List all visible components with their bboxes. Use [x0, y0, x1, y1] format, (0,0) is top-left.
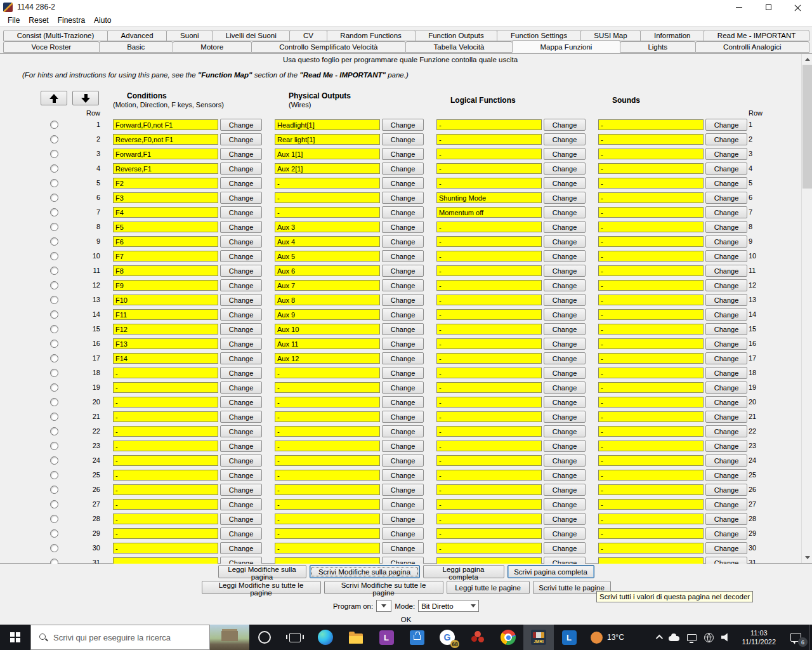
conditions-field[interactable]: [113, 222, 218, 232]
row-radio[interactable]: [50, 121, 58, 129]
conditions-change-button[interactable]: Change: [220, 557, 262, 564]
logical-function-change-button[interactable]: Change: [544, 396, 586, 408]
conditions-change-button[interactable]: Change: [220, 411, 262, 423]
row-radio[interactable]: [50, 456, 58, 465]
row-radio[interactable]: [50, 135, 58, 143]
weather-widget[interactable]: 13°C: [584, 625, 631, 650]
tab-controlli-analogici[interactable]: Controlli Analogici: [695, 41, 809, 53]
logical-function-field[interactable]: [436, 543, 542, 554]
tab-information[interactable]: Information: [640, 30, 704, 41]
output-field[interactable]: [275, 309, 380, 320]
logical-function-field[interactable]: [436, 134, 542, 145]
tab-basic[interactable]: Basic: [99, 41, 173, 53]
maximize-button[interactable]: [754, 0, 783, 14]
conditions-field[interactable]: [113, 149, 218, 159]
tab-cv[interactable]: CV: [289, 30, 327, 41]
scroll-down-button[interactable]: [802, 552, 812, 563]
sound-change-button[interactable]: Change: [705, 279, 747, 291]
sound-change-button[interactable]: Change: [705, 235, 747, 248]
output-change-button[interactable]: Change: [382, 206, 424, 218]
row-radio[interactable]: [50, 413, 58, 421]
row-radio[interactable]: [50, 500, 58, 508]
row-radio[interactable]: [50, 471, 58, 479]
conditions-field[interactable]: [113, 134, 218, 145]
conditions-field[interactable]: [113, 411, 218, 422]
sound-change-button[interactable]: Change: [705, 221, 747, 233]
sound-field[interactable]: [598, 499, 704, 510]
output-change-button[interactable]: Change: [382, 308, 424, 321]
logical-function-change-button[interactable]: Change: [544, 192, 586, 204]
sound-field[interactable]: [598, 426, 704, 437]
sound-change-button[interactable]: Change: [705, 396, 747, 408]
logical-function-field[interactable]: [436, 222, 542, 232]
program-on-select[interactable]: [376, 600, 391, 612]
logical-function-change-button[interactable]: Change: [544, 527, 586, 540]
output-field[interactable]: [275, 382, 380, 393]
output-field[interactable]: [275, 295, 380, 305]
output-change-button[interactable]: Change: [382, 454, 424, 467]
output-field[interactable]: [275, 397, 380, 408]
row-radio[interactable]: [50, 369, 58, 377]
sound-change-button[interactable]: Change: [705, 308, 747, 321]
row-radio[interactable]: [50, 559, 58, 564]
sound-field[interactable]: [598, 280, 704, 291]
app-l-purple-button[interactable]: L: [371, 625, 402, 650]
output-change-button[interactable]: Change: [382, 221, 424, 233]
output-change-button[interactable]: Change: [382, 498, 424, 510]
row-radio[interactable]: [50, 179, 58, 187]
logical-function-field[interactable]: [436, 338, 542, 349]
output-field[interactable]: [275, 338, 380, 349]
sound-change-button[interactable]: Change: [705, 133, 747, 145]
conditions-change-button[interactable]: Change: [220, 469, 262, 481]
output-change-button[interactable]: Change: [382, 527, 424, 540]
tab-consist-multi-trazione[interactable]: Consist (Multi-Trazione): [3, 30, 108, 41]
logical-function-change-button[interactable]: Change: [544, 235, 586, 248]
logical-function-field[interactable]: [436, 163, 542, 174]
logical-function-field[interactable]: [436, 324, 542, 335]
logical-function-field[interactable]: [436, 411, 542, 422]
row-radio[interactable]: [50, 194, 58, 202]
output-change-button[interactable]: Change: [382, 250, 424, 262]
logical-function-change-button[interactable]: Change: [544, 119, 586, 131]
output-change-button[interactable]: Change: [382, 513, 424, 525]
conditions-change-button[interactable]: Change: [220, 352, 262, 364]
sound-change-button[interactable]: Change: [705, 498, 747, 510]
move-row-up-button[interactable]: [41, 91, 67, 105]
output-change-button[interactable]: Change: [382, 177, 424, 189]
logical-function-field[interactable]: [436, 119, 542, 130]
sound-change-button[interactable]: Change: [705, 469, 747, 481]
tab-motore[interactable]: Motore: [173, 41, 252, 53]
sound-field[interactable]: [598, 411, 704, 422]
logical-function-change-button[interactable]: Change: [544, 498, 586, 510]
sound-field[interactable]: [598, 441, 704, 451]
cloud-tray-icon[interactable]: [669, 636, 679, 641]
conditions-field[interactable]: [113, 484, 218, 495]
sound-field[interactable]: [598, 149, 704, 159]
logical-function-field[interactable]: [436, 514, 542, 524]
logical-function-change-button[interactable]: Change: [544, 542, 586, 554]
write-changes-page-button[interactable]: Scrivi Modifiche sulla pagina: [310, 565, 420, 578]
tab-lights[interactable]: Lights: [620, 41, 696, 53]
store-button[interactable]: [402, 625, 432, 650]
logical-function-change-button[interactable]: Change: [544, 250, 586, 262]
conditions-field[interactable]: [113, 514, 218, 524]
sound-field[interactable]: [598, 324, 704, 335]
row-radio[interactable]: [50, 515, 58, 523]
conditions-field[interactable]: [113, 192, 218, 203]
output-change-button[interactable]: Change: [382, 162, 424, 175]
conditions-change-button[interactable]: Change: [220, 513, 262, 525]
conditions-field[interactable]: [113, 382, 218, 393]
taskbar-clock[interactable]: 11:03 11/11/2022: [736, 625, 782, 650]
conditions-field[interactable]: [113, 163, 218, 174]
output-change-button[interactable]: Change: [382, 411, 424, 423]
logical-function-field[interactable]: [436, 528, 542, 539]
sound-change-button[interactable]: Change: [705, 557, 747, 564]
conditions-change-button[interactable]: Change: [220, 381, 262, 394]
tab-voce-roster[interactable]: Voce Roster: [3, 41, 100, 53]
vertical-scrollbar[interactable]: [801, 54, 812, 563]
sound-change-button[interactable]: Change: [705, 454, 747, 467]
output-field[interactable]: [275, 411, 380, 422]
output-field[interactable]: [275, 265, 380, 276]
logical-function-field[interactable]: [436, 426, 542, 437]
output-field[interactable]: [275, 207, 380, 218]
